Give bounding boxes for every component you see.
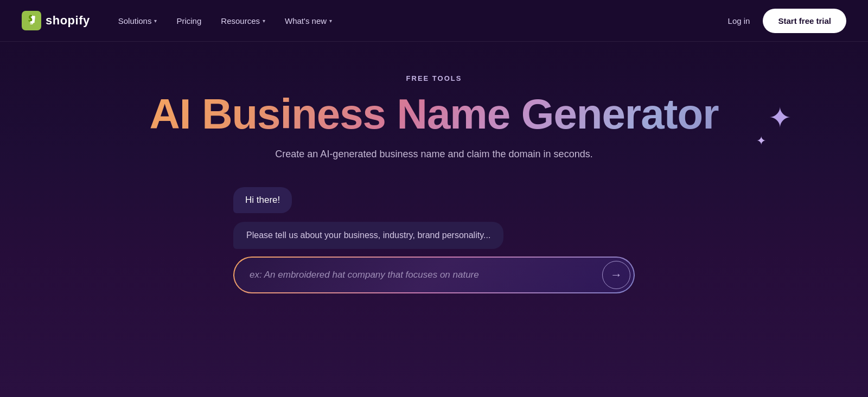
chat-bubble-hi: Hi there! [233,187,292,213]
chevron-down-icon: ▾ [329,18,332,24]
nav-actions: Log in Start free trial [728,9,846,33]
chat-bubble-prompt: Please tell us about your business, indu… [233,222,503,249]
chevron-down-icon: ▾ [154,18,157,24]
nav-item-whats-new[interactable]: What's new ▾ [276,12,341,30]
eyebrow-label: FREE TOOLS [406,74,462,82]
chevron-down-icon: ▾ [263,18,265,24]
login-button[interactable]: Log in [728,16,750,25]
nav-item-resources[interactable]: Resources ▾ [212,12,274,30]
business-description-input[interactable] [250,262,602,288]
arrow-right-icon: → [610,268,622,282]
hero-title: AI Business Name Generator [149,91,718,138]
logo-text: shopify [46,14,90,28]
svg-text:S: S [30,20,34,25]
sparkle-small-icon: ✦ [756,134,766,148]
nav-item-pricing[interactable]: Pricing [168,12,210,30]
input-wrapper: → [233,257,635,293]
navbar: S shopify Solutions ▾ Pricing Resources … [0,0,868,42]
sparkle-large-icon: ✦ [768,101,792,134]
nav-item-solutions[interactable]: Solutions ▾ [110,12,166,30]
input-container: → [136,257,732,293]
hero-subtitle: Create an AI-generated business name and… [275,149,592,160]
nav-links: Solutions ▾ Pricing Resources ▾ What's n… [110,12,728,30]
main-content: ✦ ✦ FREE TOOLS AI Business Name Generato… [0,42,868,397]
input-inner: → [234,258,634,292]
shopify-logo-icon: S [22,11,41,30]
start-trial-button[interactable]: Start free trial [763,9,846,33]
logo-link[interactable]: S shopify [22,11,90,30]
chat-area: Hi there! Please tell us about your busi… [136,187,732,249]
submit-button[interactable]: → [602,261,630,289]
